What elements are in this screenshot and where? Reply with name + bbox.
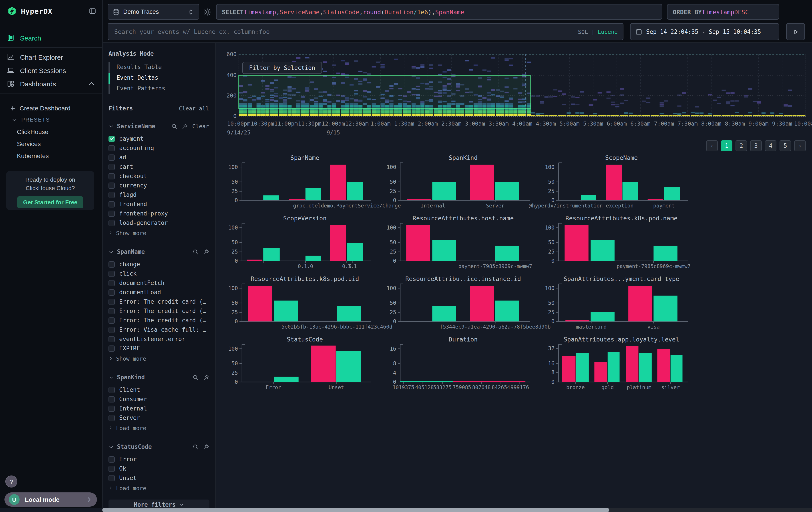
filter-option[interactable]: checkout <box>109 171 209 181</box>
checkbox[interactable] <box>109 308 115 314</box>
lang-sql-button[interactable]: SQL <box>578 28 588 35</box>
create-dashboard-button[interactable]: Create Dashboard <box>0 102 102 114</box>
filter-option[interactable]: click <box>109 269 209 278</box>
filter-option[interactable]: Consumer <box>109 395 209 404</box>
checkbox[interactable] <box>109 201 115 207</box>
preset-clickhouse[interactable]: ClickHouse <box>0 126 102 138</box>
checkbox[interactable] <box>109 220 115 226</box>
sidebar-item-chart-explorer[interactable]: Chart Explorer <box>0 50 102 64</box>
filter-option[interactable]: payment <box>109 134 209 143</box>
presets-toggle[interactable]: PRESETS <box>0 114 102 126</box>
filter-option[interactable]: ad <box>109 153 209 162</box>
filter-option[interactable]: cart <box>109 162 209 171</box>
filter-option[interactable]: Unset <box>109 473 209 483</box>
chevron-down-icon[interactable] <box>109 375 114 380</box>
sidebar-item-client-sessions[interactable]: Client Sessions <box>0 64 102 77</box>
preset-services[interactable]: Services <box>0 138 102 150</box>
checkbox[interactable] <box>109 145 115 151</box>
checkbox[interactable] <box>109 136 115 142</box>
filter-option[interactable]: Error <box>109 455 209 464</box>
select-query-input[interactable]: SELECT Timestamp, ServiceName, StatusCod… <box>216 4 662 20</box>
checkbox[interactable] <box>109 210 115 217</box>
duration-heatmap[interactable]: 600400200010:00pm10:30pm11:00pm11:30pm12… <box>222 45 812 139</box>
analysis-mode-event-patterns[interactable]: Event Patterns <box>109 84 209 95</box>
filter-option[interactable]: accounting <box>109 143 209 153</box>
filter-option[interactable]: Client <box>109 385 209 395</box>
filter-by-selection-button[interactable]: Filter by Selection <box>242 62 322 74</box>
filter-option[interactable]: Error: Visa cache full: … <box>109 325 209 334</box>
filter-option[interactable]: Error: The credit card (… <box>109 297 209 306</box>
filter-option[interactable]: Error: The credit card (… <box>109 306 209 316</box>
filter-option[interactable]: frontend <box>109 199 209 209</box>
pagination-page-2[interactable]: 2 <box>735 140 747 152</box>
checkbox[interactable] <box>109 387 115 393</box>
order-by-input[interactable]: ORDER BY Timestamp DESC <box>667 4 779 20</box>
sidebar-item-search[interactable]: Search <box>0 31 102 45</box>
checkbox[interactable] <box>109 261 115 267</box>
checkbox[interactable] <box>109 289 115 295</box>
search-icon[interactable] <box>171 123 177 129</box>
filter-load-more[interactable]: Load more <box>109 423 209 432</box>
filter-option[interactable]: flagd <box>109 190 209 199</box>
scrollbar-thumb[interactable] <box>102 508 609 512</box>
filter-option[interactable]: Internal <box>109 404 209 413</box>
clear-all-button[interactable]: Clear all <box>179 105 209 112</box>
run-query-button[interactable] <box>786 23 805 40</box>
search-input[interactable] <box>113 28 574 36</box>
checkbox[interactable] <box>109 396 115 402</box>
pagination-page-3[interactable]: 3 <box>750 140 762 152</box>
pin-icon[interactable] <box>203 249 209 255</box>
filter-option[interactable]: change <box>109 260 209 269</box>
pagination-prev-button[interactable]: ‹ <box>706 140 718 152</box>
checkbox[interactable] <box>109 327 115 333</box>
checkbox[interactable] <box>109 280 115 286</box>
search-icon[interactable] <box>193 444 199 450</box>
checkbox[interactable] <box>109 192 115 198</box>
help-button[interactable]: ? <box>5 476 17 487</box>
horizontal-scrollbar[interactable] <box>102 508 812 512</box>
chevron-down-icon[interactable] <box>109 124 114 129</box>
checkbox[interactable] <box>109 298 115 305</box>
pin-icon[interactable] <box>203 374 209 380</box>
filter-load-more[interactable]: Load more <box>109 484 209 492</box>
pin-icon[interactable] <box>182 123 188 129</box>
checkbox[interactable] <box>109 317 115 323</box>
search-icon[interactable] <box>193 374 199 380</box>
sidebar-item-dashboards[interactable]: Dashboards <box>0 77 102 90</box>
filter-option[interactable]: documentFetch <box>109 278 209 288</box>
source-select[interactable]: Demo Traces <box>108 4 199 20</box>
analysis-mode-results-table[interactable]: Results Table <box>109 62 209 73</box>
preset-kubernetes[interactable]: Kubernetes <box>0 150 102 162</box>
pagination-page-5[interactable]: 5 <box>780 140 791 152</box>
checkbox[interactable] <box>109 415 115 421</box>
checkbox[interactable] <box>109 173 115 179</box>
chevron-down-icon[interactable] <box>109 444 114 450</box>
checkbox[interactable] <box>109 405 115 412</box>
lang-lucene-button[interactable]: Lucene <box>598 28 618 35</box>
checkbox[interactable] <box>109 154 115 161</box>
checkbox[interactable] <box>109 456 115 462</box>
filter-show-more[interactable]: Show more <box>109 228 209 237</box>
checkbox[interactable] <box>109 336 115 342</box>
gear-icon[interactable] <box>203 8 211 16</box>
filter-option[interactable]: documentLoad <box>109 288 209 297</box>
checkbox[interactable] <box>109 345 115 351</box>
pagination-page-1[interactable]: 1 <box>721 140 732 152</box>
filter-option[interactable]: EXPIRE <box>109 344 209 353</box>
filter-option[interactable]: Error: The credit card (… <box>109 316 209 325</box>
collapse-sidebar-icon[interactable] <box>89 7 96 15</box>
pin-icon[interactable] <box>203 444 209 450</box>
filter-option[interactable]: Server <box>109 413 209 423</box>
filter-show-more[interactable]: Show more <box>109 354 209 363</box>
date-range-picker[interactable]: Sep 14 22:04:35 - Sep 15 10:04:35 <box>630 23 779 40</box>
pagination-page-4[interactable]: 4 <box>765 140 777 152</box>
checkbox[interactable] <box>109 270 115 277</box>
filter-option[interactable]: Ok <box>109 464 209 473</box>
search-icon[interactable] <box>193 249 199 255</box>
filter-option[interactable]: load-generator <box>109 218 209 227</box>
heatmap-selection-box[interactable] <box>239 75 530 109</box>
pagination-next-button[interactable]: › <box>794 140 806 152</box>
checkbox[interactable] <box>109 475 115 481</box>
filter-option[interactable]: frontend-proxy <box>109 209 209 218</box>
analysis-mode-event-deltas[interactable]: Event Deltas <box>109 73 209 84</box>
